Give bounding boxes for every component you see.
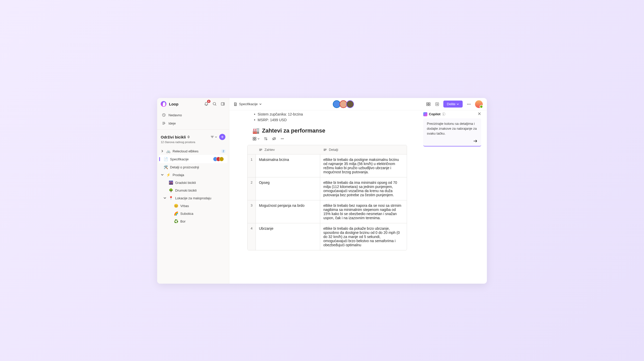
pencil-icon: 📍: [168, 196, 173, 200]
user-avatar[interactable]: [475, 100, 483, 108]
svg-point-0: [213, 102, 216, 105]
copilot-logo-icon: [423, 112, 427, 116]
workspace-title[interactable]: Održivi bicikli: [161, 135, 209, 139]
text-column-icon: [323, 148, 327, 152]
table-row[interactable]: 1 Maksimalna brzina eBike bi trebalo da …: [248, 154, 407, 177]
workspace-switch-icon: [187, 135, 190, 138]
more-table-button[interactable]: [280, 137, 284, 141]
text-column-icon: [259, 148, 262, 152]
chevron-down-icon: [161, 173, 164, 176]
svg-rect-1: [221, 103, 225, 105]
page-tree: 🚲 Relecloud eBikes 2 📄 Specifikacije 🛠️ …: [157, 146, 229, 226]
cell-zahtev[interactable]: Ubrzanje: [256, 223, 320, 250]
chevron-down-icon: [257, 138, 260, 140]
nav-ideas[interactable]: Ideje: [157, 119, 229, 127]
rainbow-icon: 🌈: [174, 211, 178, 216]
recycle-icon: ♻️: [174, 219, 178, 223]
copilot-close-button[interactable]: [478, 112, 481, 116]
tree-item-relecloud[interactable]: 🚲 Relecloud eBikes 2: [157, 147, 229, 155]
svg-rect-13: [253, 139, 254, 140]
face-icon: 😊: [174, 204, 178, 208]
document-icon: [233, 102, 238, 106]
svg-rect-14: [255, 139, 256, 140]
cell-detalji[interactable]: eBike bi trebalo bez napora da se nosi s…: [320, 200, 407, 223]
requirements-table: Zahtev Detalji 1 Maksimalna brzina eBike…: [247, 145, 407, 250]
more-button[interactable]: [466, 102, 471, 107]
tree-item-drumski[interactable]: 🌳 Drumski bicikli: [157, 186, 229, 194]
copilot-prompt-card[interactable]: Precizirajte kolonu sa detaljima i dodaj…: [423, 118, 481, 146]
cell-detalji[interactable]: eBike bi trebalo da postigne maksimalnu …: [320, 154, 407, 177]
topbar: Specifikacije Delite: [229, 98, 487, 110]
tools-icon: 🛠️: [163, 165, 168, 169]
notifications-badge: 8: [207, 100, 210, 103]
add-panel-button[interactable]: [220, 101, 225, 106]
tree-item-bor[interactable]: ♻️ Bor: [157, 217, 229, 225]
sidebar: Loop 8 Nedavno Ideje: [157, 98, 229, 284]
cell-zahtev[interactable]: Maksimalna brzina: [256, 154, 320, 177]
sort-table-button[interactable]: [264, 137, 268, 141]
table-row[interactable]: 4 Ubrzanje eBike bi trebalo da pokaže br…: [248, 223, 407, 250]
nav-recent[interactable]: Nedavno: [157, 111, 229, 119]
cell-zahtev[interactable]: Mogućnost penjanja na brdo: [256, 200, 320, 223]
add-page-button[interactable]: [219, 134, 225, 140]
tree-item-subotica[interactable]: 🌈 Subotica: [157, 210, 229, 217]
table-row[interactable]: 2 Opseg eBike bi trebalo da ima minimaln…: [248, 177, 407, 200]
component-button[interactable]: [435, 102, 440, 107]
svg-point-17: [283, 138, 284, 139]
bike-icon: 🚲: [166, 149, 171, 153]
send-icon[interactable]: [473, 139, 478, 143]
sidebar-header: Loop 8: [157, 98, 229, 110]
chevron-down-icon: [259, 103, 262, 105]
tree-item-specifikacije[interactable]: 📄 Specifikacije: [159, 155, 227, 163]
document-content: Sistem zupčanika: 12-brzina MSRP: 1499 U…: [229, 110, 487, 284]
presence-facepile[interactable]: [334, 100, 354, 108]
copilot-prompt-text: Precizirajte kolonu sa detaljima i dodaj…: [427, 121, 478, 136]
svg-rect-4: [429, 103, 430, 104]
share-button[interactable]: Delite: [443, 101, 463, 108]
factory-icon: 🏭: [252, 127, 259, 134]
copilot-panel: Copilot i Precizirajte kolonu sa detalji…: [423, 112, 481, 146]
tree-item-gradski[interactable]: 🌆 Gradski bicikli: [157, 179, 229, 186]
svg-point-15: [281, 138, 282, 139]
tree-item-vrbas[interactable]: 😊 Vrbas: [157, 202, 229, 210]
collaborator-facepile: [215, 157, 224, 161]
column-header-zahtev[interactable]: Zahtev: [256, 145, 320, 154]
table-toolbar: [252, 136, 412, 145]
rownum-header: [248, 145, 256, 154]
chevron-down-icon: [456, 103, 459, 105]
svg-point-9: [469, 104, 469, 104]
cell-detalji[interactable]: eBike bi trebalo da ima minimalni opseg …: [320, 177, 407, 200]
breadcrumb[interactable]: Specifikacije: [233, 102, 262, 106]
svg-rect-5: [427, 104, 428, 106]
tree-item-prodaja[interactable]: ⚡ Prodaja: [157, 171, 229, 179]
cell-zahtev[interactable]: Opseg: [256, 177, 320, 200]
tree-badge: 2: [221, 150, 225, 153]
sort-button[interactable]: [210, 135, 217, 139]
svg-rect-6: [429, 104, 430, 106]
loop-logo-icon: [161, 101, 166, 107]
tree-item-lokacije[interactable]: 📍 Lokacije za maloprodaju: [157, 194, 229, 202]
main-area: Specifikacije Delite: [229, 98, 487, 284]
info-icon[interactable]: i: [442, 112, 445, 116]
column-header-detalji[interactable]: Detalji: [320, 145, 407, 154]
hide-columns-button[interactable]: [272, 137, 276, 141]
city-icon: 🌆: [168, 180, 173, 185]
svg-point-8: [467, 104, 468, 104]
tree-item-detalji[interactable]: 🛠️ Detalji o proizvodnji: [157, 163, 229, 171]
search-button[interactable]: [212, 101, 217, 106]
svg-rect-12: [255, 137, 256, 138]
tree-icon: 🌳: [168, 188, 173, 192]
bullet-item: MSRP: 1499 USD: [252, 117, 412, 123]
workspace-section: Održivi bicikli 12 članova radnog prosto…: [157, 129, 229, 226]
copilot-title: Copilot: [429, 112, 440, 116]
table-row[interactable]: 3 Mogućnost penjanja na brdo eBike bi tr…: [248, 200, 407, 223]
view-button[interactable]: [252, 137, 260, 141]
notifications-button[interactable]: 8: [204, 101, 209, 106]
cell-detalji[interactable]: eBike bi trebalo da pokaže brzo ubrzanje…: [320, 223, 407, 250]
sidebar-nav: Nedavno Ideje: [157, 110, 229, 128]
bolt-icon: ⚡: [166, 173, 171, 177]
workspace-subtitle: 12 članova radnog prostora: [157, 141, 229, 146]
chevron-down-icon: [163, 196, 166, 200]
keyboard-shortcuts-button[interactable]: [426, 102, 431, 107]
chevron-right-icon: [161, 150, 164, 153]
